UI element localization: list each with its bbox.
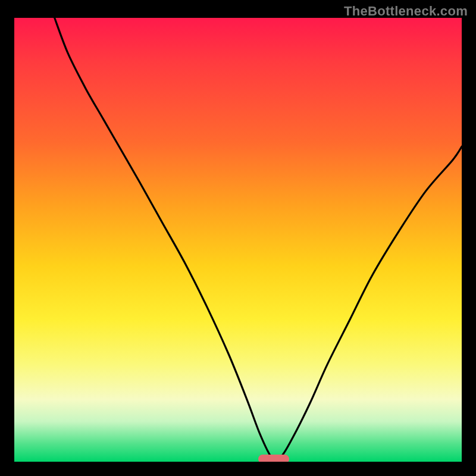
bottleneck-curve <box>14 18 462 462</box>
watermark-text: TheBottleneck.com <box>344 4 468 19</box>
plot-area <box>14 18 462 462</box>
minimum-marker <box>258 455 290 462</box>
chart-frame: TheBottleneck.com <box>0 0 476 476</box>
